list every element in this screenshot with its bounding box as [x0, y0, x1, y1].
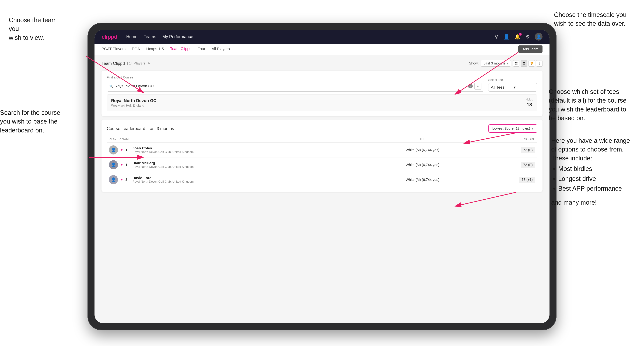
annotation-top-right: Choose the timescale youwish to see the …	[554, 10, 626, 28]
player-score-2: 73 (+1)	[478, 172, 537, 187]
nav-teams[interactable]: Teams	[144, 34, 156, 39]
list-view-button[interactable]: ☰	[521, 60, 527, 67]
clear-search-button[interactable]: ✕	[468, 84, 473, 88]
search-card: Find a Golf Course 🔍 ✕ ★ Select Tee All …	[102, 71, 542, 116]
course-result: Royal North Devon GC Westward Ho!, Engla…	[107, 94, 537, 111]
option-drive: Longest drive	[558, 174, 630, 183]
settings-icon[interactable]: ⚙	[526, 34, 530, 40]
holes-info: Holes 18	[526, 98, 533, 107]
player-rank-0: 1	[126, 148, 130, 152]
subnav-tour[interactable]: Tour	[198, 47, 205, 52]
leaderboard-table: PLAYER NAME TEE SCORE 👤 ♥ 1 Josh Coles R…	[107, 136, 537, 187]
player-info-2: David Ford Royal North Devon Golf Club, …	[132, 176, 194, 183]
course-name: Royal North Devon GC	[111, 98, 156, 103]
leaderboard-title: Course Leaderboard, Last 3 months	[107, 126, 174, 131]
player-info-0: Josh Coles Royal North Devon Golf Club, …	[132, 146, 194, 154]
course-search-input[interactable]	[114, 84, 466, 88]
score-badge-1: 72 (E)	[521, 162, 535, 168]
score-type-label: Lowest Score (18 holes)	[492, 127, 530, 131]
player-club-1: Royal North Devon Golf Club, United King…	[132, 165, 194, 169]
tee-dropdown[interactable]: All Tees ▾	[488, 83, 537, 92]
search-icon: 🔍	[110, 85, 113, 88]
player-avatar-0: 👤	[109, 145, 118, 155]
leaderboard-header: Course Leaderboard, Last 3 months Lowest…	[107, 124, 537, 133]
person-icon[interactable]: 👤	[504, 34, 510, 40]
navbar-icons: ⚲ 👤 🔔 1 ⚙ 👤	[495, 33, 542, 40]
player-name-2: David Ford	[132, 176, 194, 180]
subnav: PGAT Players PGA Hcaps 1-5 Team Clippd T…	[94, 44, 550, 55]
option-app: Best APP performance	[558, 184, 630, 193]
subnav-hcaps[interactable]: Hcaps 1-5	[146, 47, 164, 52]
favourite-icon-2[interactable]: ♥	[121, 178, 123, 181]
team-header: Team Clippd | 14 Players ✎ Show: Last 3 …	[102, 60, 542, 67]
player-tee-1: White (M) (6,744 yds)	[367, 158, 478, 172]
holes-label: Holes	[526, 98, 533, 101]
player-club-2: Royal North Devon Golf Club, United King…	[132, 180, 194, 183]
course-search-group: Find a Golf Course 🔍 ✕ ★	[107, 76, 484, 92]
subnav-team-clippd[interactable]: Team Clippd	[170, 46, 192, 52]
tablet-screen: clippd Home Teams My Performance ⚲ 👤 🔔 1…	[94, 30, 550, 323]
player-cell-1: 👤 ♥ 1 Blair McHarg Royal North Devon Gol…	[107, 158, 367, 172]
content-area: Team Clippd | 14 Players ✎ Show: Last 3 …	[94, 55, 550, 197]
show-controls: Show: Last 3 months ▾ ☷ ☰ 🏆 ⇓	[469, 60, 542, 67]
table-row: 👤 ♥ 1 Josh Coles Royal North Devon Golf …	[107, 143, 537, 158]
grid-view-button[interactable]: ☷	[513, 60, 520, 67]
search-icon[interactable]: ⚲	[495, 34, 498, 40]
download-button[interactable]: ⇓	[536, 60, 542, 67]
player-avatar-2: 👤	[109, 175, 118, 184]
subnav-all-players[interactable]: All Players	[212, 47, 230, 52]
course-location: Westward Ho!, England	[111, 104, 156, 107]
player-rank-1: 1	[126, 163, 130, 167]
favourite-icon-0[interactable]: ♥	[121, 148, 123, 152]
score-badge-0: 72 (E)	[521, 147, 535, 153]
brand-logo: clippd	[102, 33, 118, 40]
team-title: Team Clippd | 14 Players ✎	[102, 61, 150, 66]
player-rank-2: 3	[126, 178, 130, 182]
score-type-button[interactable]: Lowest Score (18 holes) ▾	[488, 124, 537, 133]
player-cell-0: 👤 ♥ 1 Josh Coles Royal North Devon Golf …	[107, 143, 367, 158]
col-score: SCORE	[478, 136, 537, 143]
tee-value: All Tees	[491, 85, 512, 90]
player-avatar-1: 👤	[109, 160, 118, 169]
timescale-dropdown[interactable]: Last 3 months ▾	[481, 60, 511, 67]
favourite-icon-1[interactable]: ♥	[121, 163, 123, 167]
annotation-search: Search for the courseyou wish to base th…	[0, 108, 60, 135]
bell-icon[interactable]: 🔔 1	[514, 34, 520, 40]
table-row: 👤 ♥ 1 Blair McHarg Royal North Devon Gol…	[107, 158, 537, 172]
subnav-pgat[interactable]: PGAT Players	[102, 47, 126, 52]
course-search-input-wrap: 🔍 ✕ ★	[107, 81, 484, 92]
chevron-down-icon: ▾	[507, 61, 508, 65]
add-team-button[interactable]: Add Team	[518, 45, 542, 53]
tablet-shell: clippd Home Teams My Performance ⚲ 👤 🔔 1…	[88, 23, 556, 330]
chevron-down-icon: ▾	[514, 85, 534, 90]
team-name: Team Clippd	[102, 61, 125, 66]
favourite-button[interactable]: ★	[474, 83, 482, 90]
nav-links: Home Teams My Performance	[126, 34, 193, 39]
edit-icon[interactable]: ✎	[148, 61, 150, 65]
player-score-1: 72 (E)	[478, 158, 537, 172]
subnav-pga[interactable]: PGA	[132, 47, 140, 52]
score-badge-2: 73 (+1)	[519, 177, 535, 183]
tee-select-group: Select Tee All Tees ▾	[488, 78, 537, 92]
show-label: Show:	[469, 61, 479, 65]
annotation-tees: Choose which set of tees(default is all)…	[549, 87, 626, 123]
holes-count: 18	[526, 102, 533, 107]
course-info: Royal North Devon GC Westward Ho!, Engla…	[111, 98, 156, 107]
player-info-1: Blair McHarg Royal North Devon Golf Club…	[132, 161, 194, 169]
annotation-top-left: Choose the team youwish to view.	[9, 16, 68, 42]
avatar[interactable]: 👤	[535, 33, 542, 40]
nav-home[interactable]: Home	[126, 34, 138, 39]
option-birdies: Most birdies	[558, 165, 630, 173]
and-more: and many more!	[551, 198, 630, 207]
trophy-view-button[interactable]: 🏆	[528, 60, 535, 67]
nav-my-performance[interactable]: My Performance	[162, 34, 193, 39]
navbar: clippd Home Teams My Performance ⚲ 👤 🔔 1…	[94, 30, 550, 44]
course-label: Find a Golf Course	[107, 76, 484, 79]
col-player: PLAYER NAME	[107, 136, 367, 143]
player-tee-2: White (M) (6,744 yds)	[367, 172, 478, 187]
player-cell-2: 👤 ♥ 3 David Ford Royal North Devon Golf …	[107, 172, 367, 187]
notification-badge: 1	[519, 33, 522, 36]
view-icons: ☷ ☰ 🏆 ⇓	[513, 60, 542, 67]
player-name-1: Blair McHarg	[132, 161, 194, 165]
player-name-0: Josh Coles	[132, 146, 194, 150]
